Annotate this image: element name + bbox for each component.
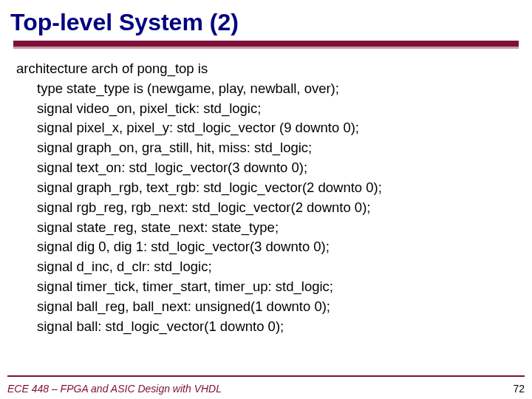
code-line: signal rgb_reg, rgb_next: std_logic_vect… (16, 198, 519, 218)
title-rule-dark (13, 41, 519, 47)
title-rule-light (13, 47, 519, 49)
footer-rule (7, 375, 525, 377)
code-line: signal graph_rgb, text_rgb: std_logic_ve… (16, 178, 519, 198)
code-block: architecture arch of pong_top is type st… (0, 59, 532, 336)
code-line: signal text_on: std_logic_vector(3 downt… (16, 158, 519, 178)
slide-title: Top-level System (2) (0, 0, 532, 41)
page-number: 72 (513, 383, 525, 395)
code-line: signal graph_on, gra_still, hit, miss: s… (16, 138, 519, 158)
code-line: signal ball: std_logic_vector(1 downto 0… (16, 317, 519, 337)
code-line: signal state_reg, state_next: state_type… (16, 218, 519, 238)
code-line: type state_type is (newgame, play, newba… (16, 79, 519, 99)
code-line: signal video_on, pixel_tick: std_logic; (16, 99, 519, 119)
code-line: signal dig 0, dig 1: std_logic_vector(3 … (16, 237, 519, 257)
code-line: signal pixel_x, pixel_y: std_logic_vecto… (16, 118, 519, 138)
footer-course: ECE 448 – FPGA and ASIC Design with VHDL (7, 383, 222, 395)
code-line: signal timer_tick, timer_start, timer_up… (16, 277, 519, 297)
footer: ECE 448 – FPGA and ASIC Design with VHDL… (7, 383, 525, 395)
code-line: signal ball_reg, ball_next: unsigned(1 d… (16, 297, 519, 317)
code-line: architecture arch of pong_top is (16, 59, 519, 79)
code-line: signal d_inc, d_clr: std_logic; (16, 257, 519, 277)
